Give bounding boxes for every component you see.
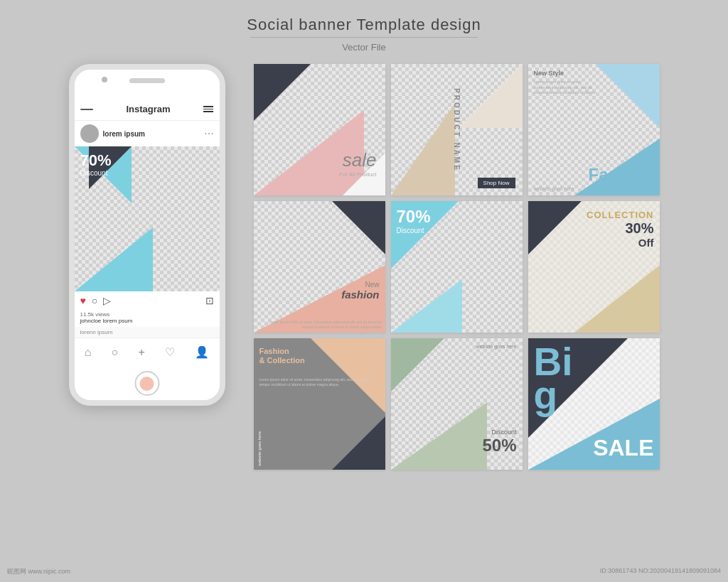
- watermark-right: ID:30861743 NO:20200419141809091084: [600, 567, 721, 576]
- banner-fashion-collection: Fashion & Collection Lorem ipsum dolor s…: [254, 338, 385, 470]
- off-label: Off: [587, 237, 654, 249]
- percent70: 70%: [397, 207, 431, 227]
- banner-product-name: PRODUCT NAME Shop Now: [391, 64, 523, 195]
- phone-footer: [75, 366, 220, 400]
- instagram-topbar: Instagram: [75, 98, 220, 121]
- search-nav-icon[interactable]: ○: [112, 346, 119, 359]
- dark-triangle: [332, 201, 385, 254]
- add-icon[interactable]: +: [138, 346, 144, 359]
- product-name-text: PRODUCT NAME: [453, 88, 461, 172]
- new-label: New: [341, 281, 379, 289]
- ig-logo: Instagram: [126, 104, 170, 114]
- page-subtitle: Vector File: [247, 42, 481, 53]
- banner-collection: COLLECTION 30% Off: [528, 201, 660, 333]
- username: lorem ipsum: [103, 130, 200, 138]
- website-label: website goes here: [534, 186, 574, 191]
- main-content: Instagram lorem ipsum ⋯: [0, 64, 728, 470]
- banner-new-fashion: New fashion Lorem ipsum dolor sit amet, …: [254, 201, 385, 333]
- discount-text: 70% Discount: [80, 152, 112, 177]
- green-triangle-top: [391, 338, 444, 392]
- home-icon[interactable]: ⌂: [85, 346, 92, 359]
- phone-mockup: Instagram lorem ipsum ⋯: [69, 64, 225, 406]
- beige-triangle: [574, 265, 660, 333]
- percent50: 50%: [482, 436, 516, 456]
- blue-triangle-top: [596, 64, 660, 128]
- collection-label: COLLECTION: [587, 210, 654, 220]
- phone-bottom-nav: ⌂ ○ + ♡ 👤: [75, 338, 220, 366]
- new-fashion-text: New fashion: [341, 281, 379, 301]
- post-image: 70% Discount: [75, 146, 220, 291]
- off-percent: 30%: [587, 220, 654, 237]
- collection-title: & Collection: [259, 356, 305, 365]
- post-meta: 11.5k views johncloe lorem psum: [75, 310, 220, 327]
- big-text: Bi g: [534, 345, 573, 412]
- watermark-left: 昵图网 www.nipic.com: [7, 567, 70, 576]
- blue-triangle: [75, 227, 153, 291]
- light-triangle: [459, 64, 523, 128]
- collection-text: COLLECTION 30% Off: [587, 210, 654, 249]
- home-button[interactable]: [134, 371, 159, 396]
- post-header: lorem ipsum ⋯: [75, 121, 220, 146]
- comment-text: lorenn ipsum: [80, 329, 214, 335]
- avatar: [80, 124, 99, 143]
- banner3-lorem: Lorem ipsum dolor sit amet, consectetur …: [534, 80, 603, 96]
- banner-discount-70: 70% Discount: [391, 201, 523, 333]
- post-actions: ♥ ○ ▷ ⊡: [75, 291, 220, 310]
- banner-fashion: New Style Lorem ipsum dolor sit amet, co…: [528, 64, 660, 195]
- banner7-lorem: Lorem ipsum dolor sit amet, consectetur …: [259, 377, 380, 387]
- phone-banner: 70% Discount: [75, 146, 220, 291]
- banners-grid: sale For All Product PRODUCT NAME Shop N…: [254, 64, 660, 470]
- green-triangle-bottom: [391, 402, 487, 470]
- camera-icon[interactable]: [80, 104, 93, 114]
- banner-sale: sale For All Product: [254, 64, 385, 195]
- page-header: Social banner Template design Vector Fil…: [247, 16, 481, 53]
- page-title: Social banner Template design: [247, 16, 481, 34]
- profile-icon[interactable]: 👤: [195, 345, 209, 359]
- sale-sublabel: For All Product: [339, 171, 376, 178]
- banner4-lorem: Lorem ipsum dolor sit amet, consectetur …: [257, 320, 382, 329]
- website8-label: website goes here: [476, 344, 517, 349]
- discount-label: Discount: [397, 227, 431, 235]
- banner-big-sale: Bi g SALE: [528, 338, 660, 470]
- heart-icon[interactable]: ♥: [80, 295, 86, 306]
- share-icon[interactable]: ▷: [103, 295, 111, 306]
- views-count: 11.5k views: [80, 311, 214, 318]
- peach-triangle: [311, 338, 385, 413]
- phone-screen: Instagram lorem ipsum ⋯: [75, 98, 220, 338]
- sale-label: sale: [339, 149, 376, 171]
- phone-top: [75, 70, 220, 98]
- fashion-label: Fashion: [588, 165, 653, 185]
- fc-title: Fashion & Collection: [259, 347, 305, 365]
- banner-discount-50: website goes here Discount 50%: [391, 338, 523, 470]
- watermark: 昵图网 www.nipic.com ID:30861743 NO:2020041…: [0, 567, 728, 576]
- post-caption: johncloe lorem psum: [80, 318, 214, 324]
- sale-text: sale For All Product: [339, 149, 376, 178]
- phone-wrapper: Instagram lorem ipsum ⋯: [69, 64, 232, 406]
- home-button-inner: [140, 377, 154, 391]
- beige-triangle: [391, 103, 455, 195]
- discount50-label: Discount: [482, 429, 516, 436]
- discount70-text: 70% Discount: [397, 207, 431, 235]
- discount50-text: Discount 50%: [482, 429, 516, 456]
- more-options-icon[interactable]: ⋯: [204, 128, 214, 139]
- header-divider: [250, 37, 478, 38]
- sale9-label: SALE: [593, 435, 653, 461]
- big-label: Bi g: [534, 345, 573, 412]
- heart-nav-icon[interactable]: ♡: [165, 345, 175, 359]
- phone-speaker: [129, 78, 165, 83]
- comment-icon[interactable]: ○: [92, 295, 97, 306]
- phone-camera: [102, 77, 107, 82]
- dark-triangle-br: [332, 416, 385, 470]
- teal-triangle-bottom: [391, 279, 462, 333]
- fashion-label: fashion: [341, 289, 379, 301]
- bookmark-icon[interactable]: ⊡: [205, 295, 214, 306]
- menu-icon[interactable]: [203, 106, 213, 112]
- shop-now-button[interactable]: Shop Now: [478, 178, 515, 188]
- website7: website goes here: [257, 431, 262, 466]
- comment-area: lorenn ipsum: [75, 327, 220, 338]
- fashion-title: Fashion: [259, 347, 305, 356]
- new-style-label: New Style: [534, 70, 564, 77]
- dark-triangle: [528, 201, 582, 254]
